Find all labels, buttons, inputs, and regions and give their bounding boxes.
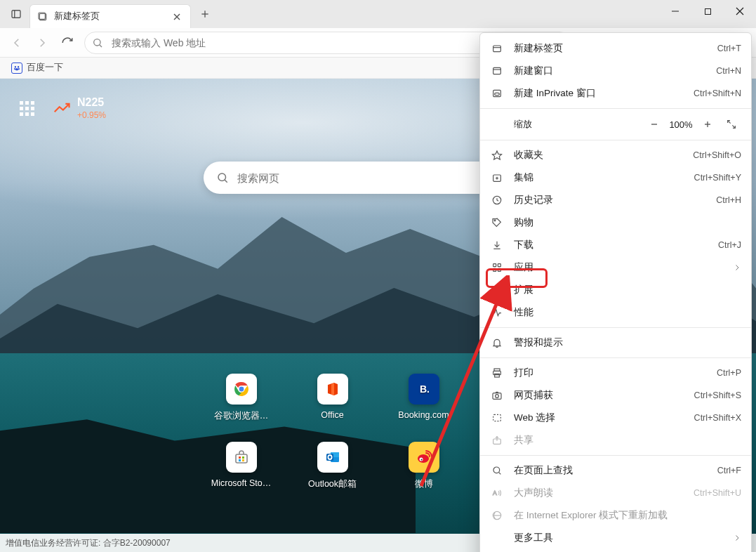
menu-label: 在 Internet Explorer 模式下重新加载	[514, 509, 741, 522]
menu-shortcut: Ctrl+J	[718, 240, 741, 250]
search-icon	[92, 37, 103, 48]
blank-icon	[490, 531, 504, 545]
menu-shopping[interactable]: 购物	[480, 211, 751, 234]
menu-find[interactable]: 在页面上查找 Ctrl+F	[480, 459, 751, 482]
menu-web-capture[interactable]: 网页捕获 Ctrl+Shift+S	[480, 384, 751, 407]
svg-point-29	[218, 173, 226, 181]
menu-shortcut: Ctrl+Shift+N	[694, 88, 741, 98]
menu-print[interactable]: 打印 Ctrl+P	[480, 362, 751, 384]
minimize-button[interactable]	[659, 0, 691, 22]
history-icon	[490, 193, 504, 207]
settings-and-more-menu: 新建标签页 Ctrl+T 新建窗口 Ctrl+N 新建 InPrivate 窗口…	[479, 32, 752, 552]
favorite-baidu[interactable]: 百度一下	[7, 60, 67, 76]
tab-close-button[interactable]	[171, 11, 183, 23]
svg-point-26	[18, 66, 19, 68]
menu-label: 扩展	[514, 284, 741, 296]
apps-icon	[490, 261, 504, 275]
tab-actions-button[interactable]	[3, 1, 29, 27]
menu-label: 大声朗读	[514, 487, 694, 499]
tile-msstore[interactable]: Microsoft Sto…	[206, 442, 277, 490]
menu-zoom-row: 缩放 100%	[480, 112, 751, 136]
market-ticker[interactable]: N225 +0.95%	[53, 96, 106, 120]
weibo-icon	[409, 442, 439, 473]
menu-new-tab[interactable]: 新建标签页 Ctrl+T	[480, 37, 751, 60]
svg-point-79	[496, 395, 499, 398]
tile-outlook[interactable]: Outlook邮箱	[298, 442, 368, 490]
svg-text:B.: B.	[420, 383, 430, 395]
menu-more-tools[interactable]: 更多工具	[480, 527, 751, 549]
zoom-out-button[interactable]	[644, 114, 664, 134]
tile-weibo[interactable]: 微博	[389, 442, 459, 490]
menu-collections[interactable]: 集锦 Ctrl+Shift+Y	[480, 166, 751, 189]
menu-alerts[interactable]: 警报和提示	[480, 331, 751, 354]
office-icon	[317, 374, 348, 405]
svg-rect-41	[242, 456, 244, 459]
menu-history[interactable]: 历史记录 Ctrl+H	[480, 189, 751, 211]
chrome-icon	[226, 374, 257, 405]
svg-rect-73	[493, 268, 496, 271]
menu-extensions[interactable]: 扩展	[480, 279, 751, 301]
svg-rect-42	[239, 459, 241, 461]
new-tab-button[interactable]	[194, 3, 216, 25]
tile-office[interactable]: Office	[298, 374, 368, 422]
read-aloud-icon: A	[490, 486, 504, 500]
svg-rect-40	[239, 456, 241, 459]
menu-shortcut: Ctrl+T	[717, 44, 741, 53]
menu-label: 在页面上查找	[514, 464, 717, 477]
menu-label: 收藏夹	[514, 149, 693, 162]
msstore-icon	[226, 442, 257, 473]
app-launcher-button[interactable]	[14, 96, 39, 121]
svg-rect-54	[493, 67, 501, 74]
menu-separator	[480, 357, 751, 358]
tile-booking[interactable]: B. Booking.com	[389, 374, 459, 422]
share-icon	[490, 433, 504, 447]
svg-rect-52	[493, 46, 501, 52]
web-capture-icon	[490, 388, 504, 402]
tile-label: 微博	[415, 478, 433, 490]
menu-separator	[480, 108, 751, 109]
title-bar: 新建标签页	[0, 0, 756, 28]
menu-label: 购物	[514, 216, 741, 229]
fullscreen-button[interactable]	[722, 114, 741, 134]
svg-rect-57	[495, 93, 500, 95]
svg-point-25	[15, 66, 16, 68]
svg-rect-71	[493, 264, 496, 267]
booking-icon: B.	[409, 374, 439, 405]
print-icon	[490, 366, 504, 380]
menu-performance[interactable]: 性能	[480, 301, 751, 324]
menu-new-window[interactable]: 新建窗口 Ctrl+N	[480, 60, 751, 82]
svg-point-48	[418, 454, 429, 463]
new-tab-icon	[490, 41, 504, 55]
menu-label: 下载	[514, 239, 718, 251]
tab-strip: 新建标签页	[0, 0, 659, 28]
svg-point-27	[14, 68, 15, 70]
menu-label: 网页捕获	[514, 389, 694, 402]
tab-newtab[interactable]: 新建标签页	[29, 4, 191, 28]
collections-icon	[490, 171, 504, 185]
menu-downloads[interactable]: 下载 Ctrl+J	[480, 234, 751, 256]
favorite-baidu-label: 百度一下	[27, 62, 63, 74]
ie-icon	[490, 508, 504, 523]
tile-label: Microsoft Sto…	[211, 478, 271, 488]
menu-apps[interactable]: 应用	[480, 256, 751, 279]
forward-button[interactable]	[29, 30, 55, 55]
web-select-icon	[490, 411, 504, 425]
tile-label: 谷歌浏览器…	[214, 410, 269, 422]
refresh-button[interactable]	[55, 30, 80, 55]
back-button[interactable]	[4, 30, 29, 55]
menu-label: 性能	[514, 306, 741, 319]
close-window-button[interactable]	[724, 0, 756, 22]
menu-shortcut: Ctrl+P	[717, 368, 741, 378]
new-window-icon	[490, 64, 504, 78]
menu-favorites[interactable]: 收藏夹 Ctrl+Shift+O	[480, 144, 751, 166]
menu-label: 应用	[514, 261, 727, 274]
menu-label: 警报和提示	[514, 336, 741, 349]
ticker-symbol: N225	[77, 96, 106, 109]
zoom-in-button[interactable]	[698, 114, 717, 134]
menu-web-select[interactable]: Web 选择 Ctrl+Shift+X	[480, 407, 751, 429]
tile-label: Booking.com	[398, 410, 449, 420]
tile-chrome[interactable]: 谷歌浏览器…	[206, 374, 277, 422]
menu-new-inprivate[interactable]: 新建 InPrivate 窗口 Ctrl+Shift+N	[480, 82, 751, 105]
menu-separator	[480, 327, 751, 328]
maximize-button[interactable]	[691, 0, 724, 22]
